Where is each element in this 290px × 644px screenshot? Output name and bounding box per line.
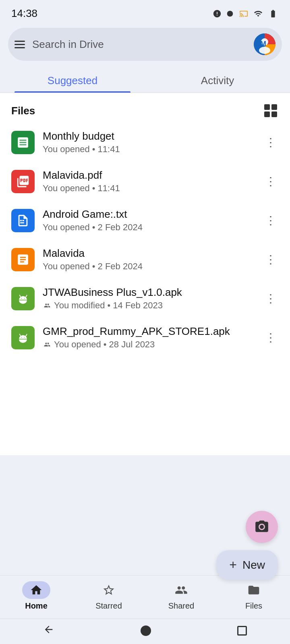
plus-icon: + xyxy=(229,557,237,572)
file-list: Monthly budget You opened • 11:41 ⋮ Mala… xyxy=(0,123,290,365)
scan-button[interactable] xyxy=(246,511,278,543)
search-bar-wrapper: Search in Drive M xyxy=(0,24,290,67)
new-label: New xyxy=(242,559,265,572)
menu-button[interactable] xyxy=(14,41,25,48)
file-icon-sheets xyxy=(11,131,35,154)
nav-label-shared: Shared xyxy=(168,601,195,611)
more-options-button[interactable]: ⋮ xyxy=(263,212,279,229)
fab-area: + New xyxy=(216,511,278,580)
avatar[interactable]: M xyxy=(254,33,276,55)
recent-apps-button[interactable] xyxy=(237,626,247,636)
more-options-button[interactable]: ⋮ xyxy=(263,329,279,347)
file-info: Malavida.pdf You opened • 11:41 xyxy=(43,169,255,194)
shared-icon-wrap xyxy=(167,581,195,599)
main-content: Files Monthly budget You opened • 11:41 … xyxy=(0,93,290,455)
nav-label-home: Home xyxy=(25,601,48,611)
circle-icon xyxy=(226,9,234,18)
list-item[interactable]: Android Game:.txt You opened • 2 Feb 202… xyxy=(0,201,290,240)
file-meta: You opened • 2 Feb 2024 xyxy=(43,222,255,233)
list-item[interactable]: Malavida You opened • 2 Feb 2024 ⋮ xyxy=(0,240,290,279)
system-nav xyxy=(0,619,290,644)
nav-item-home[interactable]: Home xyxy=(0,581,72,611)
more-options-button[interactable]: ⋮ xyxy=(263,290,279,308)
file-name: JTWABusiness Plus_v1.0.apk xyxy=(43,286,255,299)
file-info: Malavida You opened • 2 Feb 2024 xyxy=(43,247,255,272)
starred-icon-wrap xyxy=(95,581,123,599)
tab-activity[interactable]: Activity xyxy=(145,67,290,93)
shared-people-icon xyxy=(43,341,52,348)
shared-people-icon xyxy=(43,302,52,309)
more-options-button[interactable]: ⋮ xyxy=(263,134,279,151)
status-bar: 14:38 xyxy=(0,0,290,24)
wifi-icon xyxy=(253,9,263,18)
file-meta: You opened • 11:41 xyxy=(43,144,255,155)
camera-icon xyxy=(254,519,269,535)
file-meta: You opened • 28 Jul 2023 xyxy=(43,339,255,350)
more-options-button[interactable]: ⋮ xyxy=(263,173,279,190)
file-icon-apk xyxy=(11,287,35,310)
file-meta: You modified • 14 Feb 2023 xyxy=(43,300,255,311)
file-name: Android Game:.txt xyxy=(43,208,255,221)
svg-point-0 xyxy=(227,10,233,17)
nav-label-starred: Starred xyxy=(95,601,122,611)
status-icons xyxy=(213,9,279,18)
nav-item-shared[interactable]: Shared xyxy=(145,581,218,611)
home-system-button[interactable] xyxy=(141,625,151,636)
file-name: Malavida xyxy=(43,247,255,260)
more-options-button[interactable]: ⋮ xyxy=(263,251,279,268)
file-info: Monthly budget You opened • 11:41 xyxy=(43,130,255,155)
alert-icon xyxy=(213,9,222,18)
tab-suggested[interactable]: Suggested xyxy=(0,67,145,93)
bottom-container: Home Starred Shared xyxy=(0,575,290,644)
battery-icon xyxy=(267,9,279,18)
files-label: Files xyxy=(11,105,35,117)
grid-view-button[interactable] xyxy=(263,103,279,119)
cast-icon xyxy=(238,9,249,18)
bottom-nav: Home Starred Shared xyxy=(0,575,290,619)
file-name: Malavida.pdf xyxy=(43,169,255,182)
list-item[interactable]: GMR_prod_Rummy_APK_STORE1.apk You opened… xyxy=(0,318,290,357)
people-icon xyxy=(175,584,188,597)
folder-icon xyxy=(247,584,260,597)
nav-item-starred[interactable]: Starred xyxy=(72,581,145,611)
file-info: Android Game:.txt You opened • 2 Feb 202… xyxy=(43,208,255,233)
file-icon-pdf xyxy=(11,170,35,193)
files-header: Files xyxy=(0,93,290,123)
file-info: JTWABusiness Plus_v1.0.apk You modified … xyxy=(43,286,255,311)
new-button[interactable]: + New xyxy=(216,550,278,580)
file-name: GMR_prod_Rummy_APK_STORE1.apk xyxy=(43,325,255,338)
list-item[interactable]: JTWABusiness Plus_v1.0.apk You modified … xyxy=(0,279,290,318)
file-meta: You opened • 2 Feb 2024 xyxy=(43,261,255,272)
search-bar[interactable]: Search in Drive M xyxy=(8,28,282,61)
file-meta: You opened • 11:41 xyxy=(43,183,255,194)
list-item[interactable]: Monthly budget You opened • 11:41 ⋮ xyxy=(0,123,290,162)
file-name: Monthly budget xyxy=(43,130,255,142)
files-icon-wrap xyxy=(240,581,268,599)
svg-text:M: M xyxy=(260,40,266,48)
file-info: GMR_prod_Rummy_APK_STORE1.apk You opened… xyxy=(43,325,255,350)
file-icon-apk xyxy=(11,326,35,349)
nav-item-files[interactable]: Files xyxy=(218,581,290,611)
home-icon xyxy=(30,584,43,597)
star-icon xyxy=(102,584,115,597)
search-placeholder[interactable]: Search in Drive xyxy=(32,38,246,51)
home-icon-wrap xyxy=(22,581,50,599)
status-time: 14:38 xyxy=(11,7,37,20)
list-item[interactable]: Malavida.pdf You opened • 11:41 ⋮ xyxy=(0,162,290,201)
file-icon-doc xyxy=(11,209,35,232)
nav-label-files: Files xyxy=(245,601,262,611)
back-button[interactable] xyxy=(43,624,54,638)
tabs-bar: Suggested Activity xyxy=(0,67,290,93)
file-icon-slides xyxy=(11,248,35,271)
